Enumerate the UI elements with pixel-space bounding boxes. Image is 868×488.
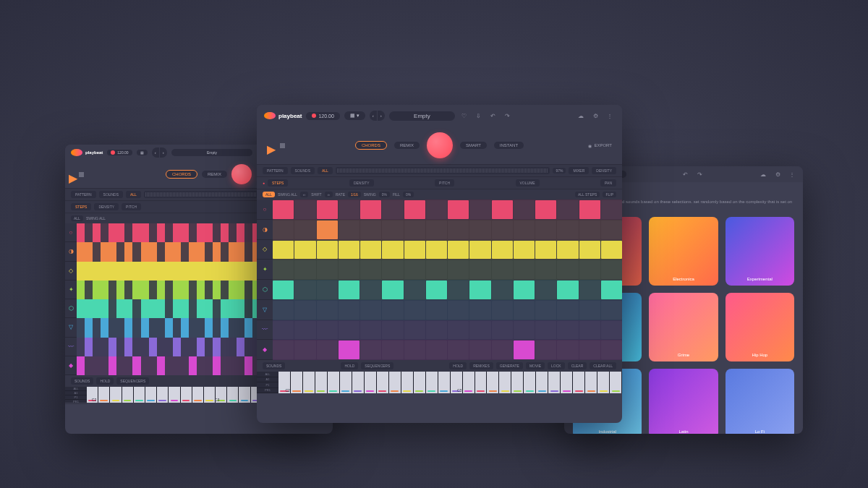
piano-key[interactable] [414,372,426,393]
step[interactable] [579,301,600,320]
mode-instant[interactable]: INSTANT [494,142,524,149]
piano-key[interactable] [352,372,365,393]
step[interactable] [514,301,535,320]
piano-key[interactable] [438,372,451,393]
step[interactable] [469,260,490,279]
sequencers-tab[interactable]: SEQUENCERS [116,377,149,385]
track-icon-4[interactable]: ⬡ [257,280,273,300]
piano-key[interactable] [585,372,597,393]
step[interactable] [173,356,181,375]
save-icon[interactable]: ⇩ [474,111,484,121]
step[interactable] [149,262,157,281]
step[interactable] [579,200,600,219]
step[interactable] [205,299,213,318]
step[interactable] [205,262,213,281]
step[interactable] [124,242,132,261]
step[interactable] [237,223,244,242]
step[interactable] [173,299,181,318]
generate-button[interactable]: GENERATE [496,362,523,369]
step[interactable] [213,338,221,356]
step[interactable] [317,341,338,359]
step[interactable] [157,299,165,318]
sequencers-tab[interactable]: SEQUENCERS [361,362,393,369]
step[interactable] [294,200,315,219]
tab-sounds[interactable]: SOUNDS [99,191,123,198]
step[interactable] [124,318,132,337]
track-icon-5[interactable]: ▽ [65,318,77,337]
step[interactable] [229,338,237,356]
step[interactable] [221,318,229,337]
piano-key[interactable] [340,372,352,393]
hold-button-2[interactable]: HOLD [449,362,467,369]
step[interactable] [101,262,109,281]
step[interactable] [205,242,213,261]
step[interactable] [213,242,221,261]
piano-key[interactable] [145,387,157,403]
step[interactable] [109,281,116,299]
step[interactable] [339,321,359,340]
step[interactable] [339,221,359,239]
step[interactable] [339,241,359,260]
bpm-display[interactable]: 120.00 [306,112,339,120]
step[interactable] [197,338,205,356]
step[interactable] [360,281,381,299]
step[interactable] [124,356,132,375]
step[interactable] [317,260,338,279]
step[interactable] [273,200,294,219]
step[interactable] [557,281,578,299]
piano-key[interactable] [122,387,134,403]
step[interactable] [141,338,149,356]
step[interactable] [404,221,425,239]
step[interactable] [93,242,101,261]
clear-button[interactable]: CLEAR [568,362,587,369]
step[interactable] [237,299,244,318]
step[interactable] [85,262,93,281]
step[interactable] [535,241,556,260]
step[interactable] [77,356,85,375]
piano-key[interactable] [157,387,169,403]
step[interactable] [492,221,513,239]
step[interactable] [93,338,101,356]
step[interactable] [124,281,132,299]
step[interactable] [360,341,381,359]
mixer-button[interactable]: MIXER [569,167,589,174]
step[interactable] [157,318,165,337]
step[interactable] [469,341,490,359]
play-button[interactable]: ▶ [69,171,75,177]
step[interactable] [244,242,252,261]
step[interactable] [221,242,229,261]
step[interactable] [448,301,469,320]
step[interactable] [109,299,116,318]
step[interactable] [382,341,403,359]
step[interactable] [149,318,157,337]
piano-key[interactable] [377,372,389,393]
step[interactable] [294,281,315,299]
step[interactable] [382,260,403,279]
step[interactable] [601,341,622,359]
step[interactable] [85,318,93,337]
step[interactable] [404,200,425,219]
tab-pan[interactable]: PAN [600,179,616,187]
play-button[interactable]: ▶ [267,142,273,148]
lock-button[interactable]: LOCK [548,362,565,369]
step[interactable] [579,260,600,279]
step[interactable] [244,299,252,318]
step[interactable] [557,341,578,359]
track-icon-2[interactable]: ◇ [65,262,77,281]
tab-pitch[interactable]: PITCH [122,203,141,210]
step[interactable] [273,260,294,279]
tab-pattern[interactable]: PATTERN [263,167,288,174]
step[interactable] [124,299,132,318]
step[interactable] [77,223,85,242]
redo-button[interactable]: ↷ [503,111,513,121]
step[interactable] [157,223,165,242]
step[interactable] [514,221,535,239]
step[interactable] [141,242,149,261]
track-icon-7[interactable]: ◆ [257,340,273,360]
step[interactable] [109,223,116,242]
step[interactable] [229,242,237,261]
step[interactable] [535,221,556,239]
step[interactable] [149,242,157,261]
step[interactable] [339,200,359,219]
step[interactable] [317,221,338,239]
